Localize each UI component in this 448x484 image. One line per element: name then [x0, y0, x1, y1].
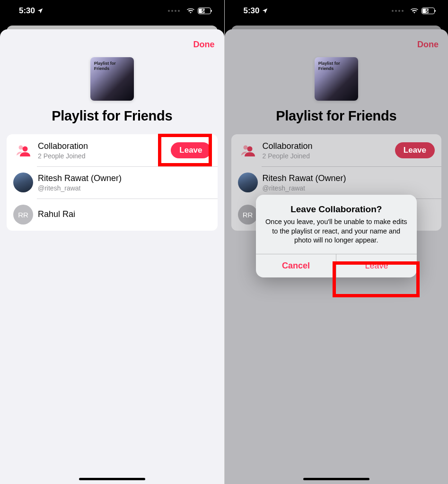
- svg-point-3: [247, 147, 252, 152]
- svg-point-2: [243, 146, 247, 150]
- phone-screenshot-left: 5:30 50 Done Playlist for Friends Playli…: [0, 0, 224, 484]
- sheet-header: Done: [0, 37, 224, 54]
- battery-icon: 50: [198, 8, 211, 14]
- member-row[interactable]: Ritesh Rawat (Owner) @ritesh_rawat: [231, 166, 442, 199]
- avatar-initials: RR: [13, 205, 33, 225]
- collaboration-row: Collaboration 2 People Joined Leave: [231, 134, 442, 166]
- alert-cancel-button[interactable]: Cancel: [256, 254, 336, 277]
- done-button[interactable]: Done: [417, 40, 439, 50]
- status-bar-right: 50: [392, 8, 435, 14]
- wifi-icon: [186, 8, 195, 14]
- status-bar-right: 50: [168, 8, 211, 14]
- collaboration-subtitle: 2 People Joined: [263, 152, 395, 160]
- member-name: Ritesh Rawat (Owner): [263, 173, 435, 184]
- playlist-artwork: Playlist for Friends: [315, 57, 358, 101]
- member-name: Ritesh Rawat (Owner): [38, 173, 211, 184]
- svg-point-1: [23, 147, 28, 152]
- done-button[interactable]: Done: [193, 40, 215, 50]
- wifi-icon: [410, 8, 419, 14]
- leave-button[interactable]: Leave: [171, 142, 211, 158]
- modal-sheet-dimmed: Done Playlist for Friends Playlist for F…: [225, 29, 448, 484]
- collaboration-title: Collaboration: [263, 141, 395, 152]
- status-time: 5:30: [19, 6, 35, 16]
- playlist-artwork: Playlist for Friends: [90, 57, 134, 101]
- leave-button[interactable]: Leave: [395, 142, 435, 158]
- paging-dots: [168, 10, 180, 12]
- alert-buttons: Cancel Leave: [256, 254, 417, 277]
- alert-content: Leave Collaboration? Once you leave, you…: [256, 195, 417, 254]
- status-bar-left: 5:30: [19, 6, 44, 16]
- member-row[interactable]: RR Rahul Rai: [7, 199, 218, 231]
- leave-confirmation-alert: Leave Collaboration? Once you leave, you…: [256, 195, 417, 277]
- paging-dots: [392, 10, 404, 12]
- avatar: [13, 173, 33, 192]
- artwork-label: Playlist for Friends: [94, 61, 116, 71]
- playlist-artwork-container: Playlist for Friends: [225, 57, 448, 101]
- member-handle: @ritesh_rawat: [263, 184, 435, 192]
- location-icon: [37, 8, 44, 14]
- svg-point-0: [19, 146, 23, 150]
- member-body: Rahul Rai: [38, 209, 211, 220]
- location-icon: [262, 8, 268, 14]
- status-bar: 5:30 50: [225, 0, 448, 22]
- member-row[interactable]: Ritesh Rawat (Owner) @ritesh_rawat: [7, 166, 218, 199]
- battery-icon: 50: [422, 8, 435, 14]
- status-time: 5:30: [244, 6, 260, 16]
- people-icon: [238, 140, 258, 160]
- collaboration-subtitle: 2 People Joined: [38, 152, 171, 160]
- modal-sheet: Done Playlist for Friends Playlist for F…: [0, 29, 224, 484]
- collaboration-title: Collaboration: [38, 141, 171, 152]
- alert-leave-button[interactable]: Leave: [336, 254, 417, 277]
- playlist-title: Playlist for Friends: [0, 108, 224, 124]
- alert-message: Once you leave, you'll be unable to make…: [264, 217, 409, 245]
- home-indicator[interactable]: [303, 478, 369, 480]
- member-handle: @ritesh_rawat: [38, 184, 211, 192]
- member-name: Rahul Rai: [38, 209, 211, 220]
- status-bar-left: 5:30: [244, 6, 268, 16]
- member-body: Ritesh Rawat (Owner) @ritesh_rawat: [263, 173, 435, 192]
- status-bar: 5:30 50: [0, 0, 224, 22]
- artwork-label: Playlist for Friends: [318, 61, 340, 71]
- playlist-artwork-container: Playlist for Friends: [0, 57, 224, 101]
- avatar: [238, 173, 258, 192]
- collaboration-list: Collaboration 2 People Joined Leave Rite…: [7, 134, 218, 231]
- playlist-title: Playlist for Friends: [225, 108, 448, 124]
- avatar-initials: RR: [238, 205, 258, 225]
- phone-screenshot-right: 5:30 50 Done Playlist for Friends Playli…: [224, 0, 448, 484]
- member-body: Ritesh Rawat (Owner) @ritesh_rawat: [38, 173, 211, 192]
- home-indicator[interactable]: [79, 478, 145, 480]
- people-icon: [13, 140, 33, 160]
- sheet-header: Done: [225, 37, 448, 54]
- collaboration-body: Collaboration 2 People Joined: [263, 141, 395, 160]
- collaboration-row: Collaboration 2 People Joined Leave: [7, 134, 218, 166]
- collaboration-body: Collaboration 2 People Joined: [38, 141, 171, 160]
- alert-title: Leave Collaboration?: [264, 204, 409, 215]
